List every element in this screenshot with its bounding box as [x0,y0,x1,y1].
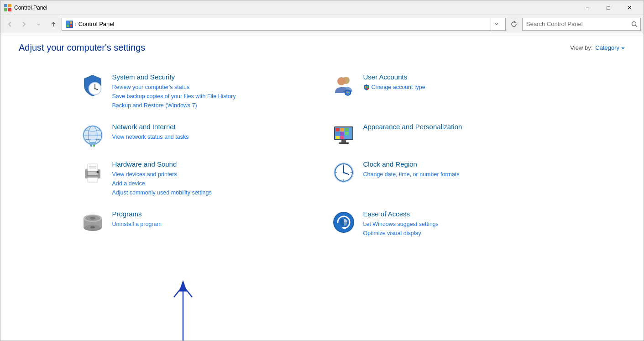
address-path-bar[interactable]: › Control Panel [62,18,506,31]
ease-of-access-icon [331,210,356,235]
view-by-dropdown[interactable]: Category [595,44,625,51]
svg-rect-46 [88,164,98,171]
user-accounts-icon [331,73,356,98]
window-icon [4,4,11,11]
svg-rect-5 [70,21,72,24]
category-system-security: System and Security Review your computer… [71,67,322,116]
category-user-accounts: User Accounts Change account type [322,67,573,116]
svg-rect-7 [70,25,72,27]
link-review-status[interactable]: Review your computer's status [112,83,313,92]
svg-point-67 [90,226,95,229]
maximize-button[interactable]: □ [598,0,619,15]
link-visual-display[interactable]: Optimize visual display [363,229,564,238]
svg-rect-27 [89,142,96,145]
svg-rect-18 [348,92,350,93]
hardware-content: Hardware and Sound View devices and prin… [112,160,313,197]
link-devices-printers[interactable]: View devices and printers [112,170,313,179]
system-security-title[interactable]: System and Security [112,73,313,81]
category-hardware: Hardware and Sound View devices and prin… [71,154,322,204]
close-button[interactable]: ✕ [619,0,640,15]
hardware-title[interactable]: Hardware and Sound [112,160,313,168]
svg-rect-17 [346,92,348,93]
svg-rect-6 [67,25,69,27]
page-title: Adjust your computer's settings [19,42,145,53]
svg-rect-34 [345,128,349,131]
main-content: Adjust your computer's settings View by:… [0,33,644,341]
link-uninstall[interactable]: Uninstall a program [112,220,313,229]
svg-point-16 [337,77,346,85]
svg-rect-39 [340,136,344,139]
svg-point-50 [96,171,99,173]
programs-title[interactable]: Programs [112,210,313,218]
programs-content: Programs Uninstall a program [112,210,313,229]
svg-rect-4 [67,21,69,24]
recent-locations-button[interactable] [32,18,45,31]
refresh-button[interactable] [508,18,520,31]
link-backup-restore[interactable]: Backup and Restore (Windows 7) [112,101,313,110]
clock-title[interactable]: Clock and Region [363,160,564,168]
window-title: Control Panel [14,5,577,11]
svg-rect-22 [367,88,368,90]
search-box [522,18,641,31]
address-bar: › Control Panel [0,15,644,33]
svg-rect-0 [4,4,7,7]
user-accounts-title[interactable]: User Accounts [363,73,564,81]
programs-icon [80,210,105,235]
svg-rect-49 [88,178,98,182]
path-icon [66,21,73,28]
view-by-label: View by: [570,44,592,51]
category-programs: Programs Uninstall a program [71,204,322,244]
svg-line-73 [174,286,183,297]
user-accounts-content: User Accounts Change account type [363,73,564,92]
link-network-status[interactable]: View network status and tasks [112,132,313,142]
svg-rect-38 [335,136,340,139]
link-date-time[interactable]: Change date, time, or number formats [363,170,564,179]
title-bar: Control Panel − □ ✕ [0,0,644,15]
svg-rect-42 [339,142,349,144]
svg-rect-45 [88,172,98,175]
window-controls: − □ ✕ [577,0,640,15]
clock-icon [331,160,356,185]
view-by-control: View by: Category [570,44,625,51]
category-clock: Clock and Region Change date, time, or n… [322,154,573,204]
svg-rect-19 [365,86,367,88]
appearance-icon [331,123,356,147]
link-file-history[interactable]: Save backup copies of your files with Fi… [112,92,313,101]
shield-badge-icon [363,84,370,90]
clock-content: Clock and Region Change date, time, or n… [363,160,564,179]
ease-of-access-title[interactable]: Ease of Access [363,210,564,218]
svg-rect-2 [4,8,7,11]
link-add-device[interactable]: Add a device [112,179,313,188]
system-security-icon [80,73,105,98]
svg-rect-33 [340,128,344,131]
svg-rect-28 [90,145,92,147]
network-title[interactable]: Network and Internet [112,123,313,131]
network-content: Network and Internet View network status… [112,123,313,142]
up-button[interactable] [47,18,60,31]
svg-rect-21 [365,88,367,90]
svg-rect-29 [93,145,95,147]
control-panel-window: Control Panel − □ ✕ [0,0,644,341]
forward-button[interactable] [18,18,31,31]
search-button[interactable] [628,18,640,30]
ease-of-access-content: Ease of Access Let Windows suggest setti… [363,210,564,238]
system-security-content: System and Security Review your computer… [112,73,313,110]
back-button[interactable] [3,18,16,31]
page-header: Adjust your computer's settings View by:… [19,42,625,53]
address-dropdown-button[interactable] [491,18,502,31]
link-change-account[interactable]: Change account type [372,83,425,92]
svg-rect-36 [340,132,344,136]
annotation-arrow [137,245,229,341]
link-mobility-settings[interactable]: Adjust commonly used mobility settings [112,188,313,197]
category-ease-of-access: Ease of Access Let Windows suggest setti… [322,204,573,244]
categories-grid: System and Security Review your computer… [71,67,573,244]
category-appearance: Appearance and Personalization [322,116,573,154]
svg-line-9 [636,25,638,27]
svg-rect-1 [8,4,11,7]
hardware-icon [80,160,105,185]
search-input[interactable] [523,18,628,30]
minimize-button[interactable]: − [577,0,598,15]
svg-rect-35 [335,132,340,136]
appearance-title[interactable]: Appearance and Personalization [363,123,564,131]
link-suggest-settings[interactable]: Let Windows suggest settings [363,220,564,229]
